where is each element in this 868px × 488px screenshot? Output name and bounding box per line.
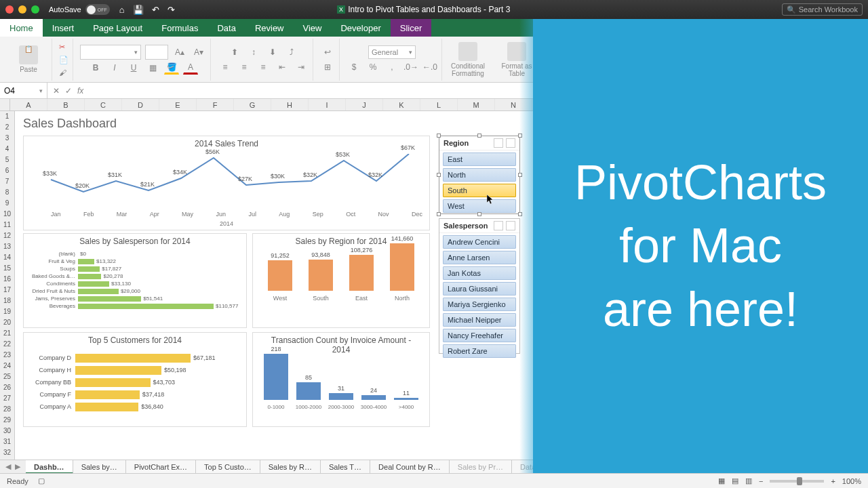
font-size-select[interactable]	[145, 45, 168, 60]
slicer-region-south[interactable]: South	[443, 184, 516, 197]
tab-view[interactable]: View	[294, 19, 332, 37]
sheet-tab[interactable]: Sales T…	[321, 460, 370, 474]
decrease-indent-icon[interactable]: ⇤	[275, 60, 290, 74]
slicer-salesperson-item[interactable]: Andrew Cencini	[443, 235, 516, 249]
tab-insert[interactable]: Insert	[43, 19, 84, 37]
tab-page-layout[interactable]: Page Layout	[83, 19, 152, 37]
sheet-tab[interactable]: Top 5 Custo…	[196, 460, 260, 474]
undo-icon[interactable]: ↶	[152, 5, 159, 15]
font-color-button[interactable]: A	[183, 61, 198, 75]
paste-icon: 📋	[19, 45, 38, 64]
home-icon[interactable]: ⌂	[119, 5, 125, 15]
number-format-select[interactable]: General▾	[368, 45, 416, 59]
increase-indent-icon[interactable]: ⇥	[294, 60, 309, 74]
close-window[interactable]	[5, 5, 14, 14]
slicer-region-north[interactable]: North	[443, 168, 516, 182]
orientation-icon[interactable]: ⤴	[284, 45, 299, 59]
align-bottom-icon[interactable]: ⬇	[265, 45, 280, 59]
select-all-corner[interactable]	[0, 99, 10, 110]
align-right-icon[interactable]: ≡	[256, 60, 271, 74]
copy-icon[interactable]: 📄	[59, 56, 68, 64]
sheet-tab[interactable]: Deal Count by R…	[370, 460, 450, 474]
cut-icon[interactable]: ✂	[59, 43, 68, 52]
font-select[interactable]: ▾	[80, 45, 141, 60]
borders-button[interactable]: ▦	[145, 61, 160, 75]
sheet-tab[interactable]: Sales by Pr…	[450, 460, 512, 474]
paste-button[interactable]: 📋 Paste	[9, 45, 47, 73]
align-top-icon[interactable]: ⬆	[227, 45, 242, 59]
clear-filter-icon[interactable]	[506, 221, 515, 230]
minimize-window[interactable]	[18, 5, 26, 14]
maximize-window[interactable]	[31, 5, 39, 14]
currency-icon[interactable]: $	[347, 60, 361, 74]
align-middle-icon[interactable]: ↕	[246, 45, 261, 59]
sheet-tab[interactable]: Sales by R…	[260, 460, 321, 474]
increase-font-icon[interactable]: A▴	[172, 45, 187, 59]
tab-home[interactable]: Home	[0, 19, 43, 37]
slicer-salesperson-item[interactable]: Robert Zare	[443, 344, 516, 358]
chart-transaction-count[interactable]: Transaction Count by Invoice Amount - 20…	[252, 332, 430, 427]
wrap-text-icon[interactable]: ↩	[320, 45, 335, 59]
save-icon[interactable]: 💾	[133, 5, 144, 15]
slicer-salesperson-item[interactable]: Michael Neipper	[443, 313, 516, 327]
chart-sales-trend[interactable]: 2014 Sales Trend $33K$20K$31K$21K$34K$56…	[23, 136, 430, 230]
tab-slicer[interactable]: Slicer	[391, 19, 432, 37]
slicer-region[interactable]: Region East North South West	[439, 136, 520, 214]
decrease-font-icon[interactable]: A▾	[191, 45, 206, 59]
sheet-tab-dashboard[interactable]: Dashb…	[26, 460, 73, 474]
zoom-level: 100%	[842, 477, 861, 485]
zoom-in-icon[interactable]: +	[831, 477, 835, 485]
format-painter-icon[interactable]: 🖌	[59, 68, 68, 77]
autosave-toggle[interactable]: AutoSave OFF	[49, 4, 110, 15]
fill-color-button[interactable]: 🪣	[164, 61, 179, 75]
slicer-salesperson-item[interactable]: Mariya Sergienko	[443, 298, 516, 311]
dashboard-title: Sales Dashboard	[23, 117, 117, 131]
view-normal-icon[interactable]: ▦	[718, 476, 725, 485]
tab-developer[interactable]: Developer	[331, 19, 390, 37]
slicer-salesperson-item[interactable]: Anne Larsen	[443, 251, 516, 264]
name-box[interactable]: O4▾	[0, 83, 47, 98]
slicer-region-west[interactable]: West	[443, 199, 516, 213]
tab-data[interactable]: Data	[208, 19, 245, 37]
chart-top-customers[interactable]: Top 5 Customers for 2014 Company D$67,18…	[23, 332, 247, 427]
percent-icon[interactable]: %	[366, 60, 380, 74]
slicer-region-east[interactable]: East	[443, 152, 516, 166]
conditional-formatting-button[interactable]: Conditional Formatting	[449, 42, 487, 77]
status-bar: Ready ▢ ▦ ▤ ▥ − + 100%	[0, 473, 868, 488]
next-sheet-icon[interactable]: ▶	[15, 462, 20, 471]
view-break-icon[interactable]: ▥	[745, 476, 752, 485]
slicer-salesperson-item[interactable]: Jan Kotas	[443, 266, 516, 280]
chart-sales-region[interactable]: Sales by Region for 2014 91,252West93,84…	[252, 233, 430, 328]
search-input[interactable]: 🔍 Search Workbook	[782, 3, 863, 16]
decrease-decimal-icon[interactable]: ←.0	[422, 60, 437, 74]
bold-button[interactable]: B	[88, 61, 103, 75]
zoom-slider[interactable]	[770, 480, 824, 483]
chart-sales-salesperson[interactable]: Sales by Salesperson for 2014 (blank)$0F…	[23, 233, 247, 328]
sheet-tab[interactable]: PivotChart Ex…	[126, 460, 196, 474]
align-center-icon[interactable]: ≡	[237, 60, 252, 74]
tab-formulas[interactable]: Formulas	[152, 19, 208, 37]
tab-review[interactable]: Review	[245, 19, 294, 37]
fx-icon[interactable]: fx	[77, 86, 83, 96]
merge-icon[interactable]: ⊞	[320, 60, 335, 74]
redo-icon[interactable]: ↷	[167, 5, 175, 15]
slicer-salesperson[interactable]: Salesperson Andrew CenciniAnne LarsenJan…	[439, 218, 520, 354]
slicer-salesperson-item[interactable]: Nancy Freehafer	[443, 329, 516, 342]
italic-button[interactable]: I	[107, 61, 122, 75]
comma-icon[interactable]: ,	[384, 60, 399, 74]
promo-overlay: PivotCharts for Mac are here!	[533, 19, 868, 473]
multiselect-icon[interactable]	[494, 221, 503, 230]
sheet-tab[interactable]: Sales by…	[73, 460, 126, 474]
view-page-icon[interactable]: ▤	[732, 476, 738, 485]
prev-sheet-icon[interactable]: ◀	[5, 462, 11, 471]
underline-button[interactable]: U	[126, 61, 141, 75]
enter-formula-icon[interactable]: ✓	[65, 86, 72, 96]
clear-filter-icon[interactable]	[506, 138, 515, 148]
macro-record-icon[interactable]: ▢	[38, 476, 45, 485]
slicer-salesperson-item[interactable]: Laura Giussani	[443, 282, 516, 296]
cancel-formula-icon[interactable]: ✕	[53, 86, 60, 96]
zoom-out-icon[interactable]: −	[759, 477, 763, 485]
multiselect-icon[interactable]	[494, 138, 503, 148]
align-left-icon[interactable]: ≡	[218, 60, 233, 74]
increase-decimal-icon[interactable]: .0→	[403, 60, 418, 74]
